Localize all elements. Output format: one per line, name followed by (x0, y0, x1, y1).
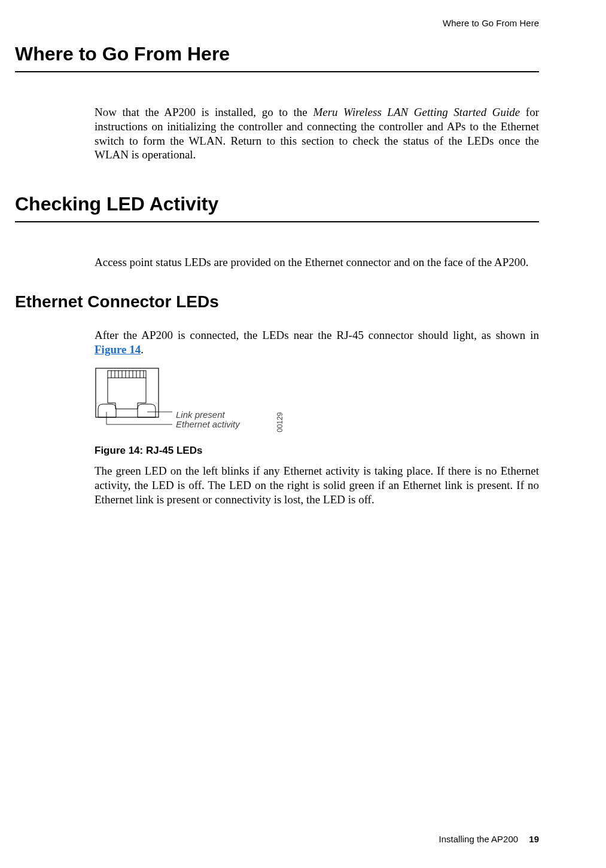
section-heading-where: Where to Go From Here (15, 43, 606, 65)
subsection-para1: After the AP200 is connected, the LEDs n… (95, 328, 539, 357)
figure-caption: Figure 14: RJ-45 LEDs (95, 445, 606, 457)
text-fragment: Now that the AP200 is installed, go to t… (95, 106, 313, 118)
figure-label-link-present: Link present (176, 410, 240, 420)
figure-rj45: Link present Ethernet activity 00129 (95, 367, 606, 432)
svg-rect-0 (96, 368, 159, 417)
section1-paragraph: Now that the AP200 is installed, go to t… (95, 105, 539, 162)
running-head: Where to Go From Here (443, 18, 539, 28)
footer-doc-title: Installing the AP200 (439, 834, 519, 844)
rj45-connector-icon (95, 367, 172, 432)
text-fragment: After the AP200 is connected, the LEDs n… (95, 329, 539, 341)
subsection-heading-ethernet: Ethernet Connector LEDs (15, 292, 606, 311)
reference-title: Meru Wireless LAN Getting Started Guide (313, 106, 520, 118)
page-footer: Installing the AP200 19 (439, 834, 539, 844)
figure-code: 00129 (276, 412, 284, 432)
section-rule (15, 71, 539, 72)
footer-page-number: 19 (529, 834, 539, 844)
text-fragment: . (141, 343, 144, 356)
subsection-para2: The green LED on the left blinks if any … (95, 464, 539, 506)
section2-paragraph: Access point status LEDs are provided on… (95, 255, 539, 270)
section-rule (15, 221, 539, 222)
figure-label-ethernet-activity: Ethernet activity (176, 420, 240, 430)
figure-reference-link[interactable]: Figure 14 (95, 343, 141, 356)
section-heading-led: Checking LED Activity (15, 193, 606, 215)
